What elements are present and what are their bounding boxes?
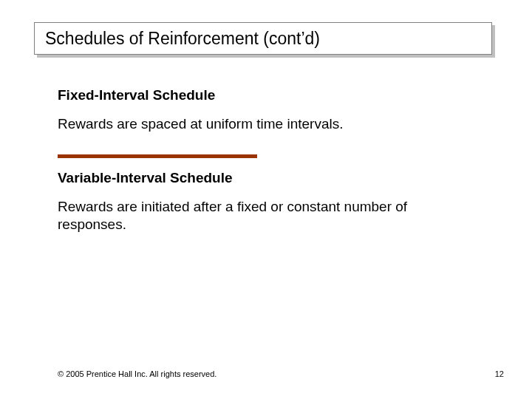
divider-rule bbox=[58, 154, 257, 158]
footer-page-number: 12 bbox=[495, 369, 504, 378]
slide-title-container: Schedules of Reinforcement (cont’d) bbox=[34, 22, 492, 55]
footer-copyright: © 2005 Prentice Hall Inc. All rights res… bbox=[58, 369, 216, 378]
section1-body: Rewards are spaced at uniform time inter… bbox=[58, 115, 479, 134]
section1-heading: Fixed-Interval Schedule bbox=[58, 87, 479, 103]
slide-title: Schedules of Reinforcement (cont’d) bbox=[45, 29, 320, 49]
title-box: Schedules of Reinforcement (cont’d) bbox=[34, 22, 492, 55]
slide-content: Fixed-Interval Schedule Rewards are spac… bbox=[58, 87, 479, 234]
section2-heading: Variable-Interval Schedule bbox=[58, 170, 479, 186]
section2-body: Rewards are initiated after a fixed or c… bbox=[58, 198, 479, 234]
